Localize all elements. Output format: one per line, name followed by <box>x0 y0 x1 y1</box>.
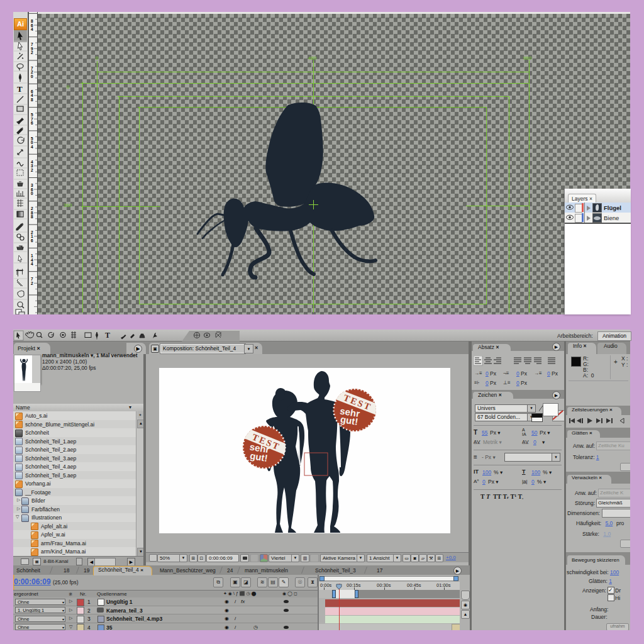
svg-text:864: 864 <box>31 19 33 31</box>
svg-text:T: T <box>105 331 110 340</box>
svg-text:648: 648 <box>31 89 33 102</box>
svg-text:288: 288 <box>31 206 33 219</box>
svg-text:792: 792 <box>31 42 33 55</box>
svg-text:504: 504 <box>31 136 33 149</box>
svg-text:720: 720 <box>31 66 33 79</box>
svg-text:T: T <box>17 84 23 94</box>
svg-text:432: 432 <box>31 160 33 172</box>
svg-text:576: 576 <box>31 113 33 125</box>
svg-text:144: 144 <box>31 253 33 266</box>
svg-text:360: 360 <box>31 183 33 196</box>
svg-text:216: 216 <box>31 230 33 243</box>
svg-text:72: 72 <box>31 277 33 286</box>
